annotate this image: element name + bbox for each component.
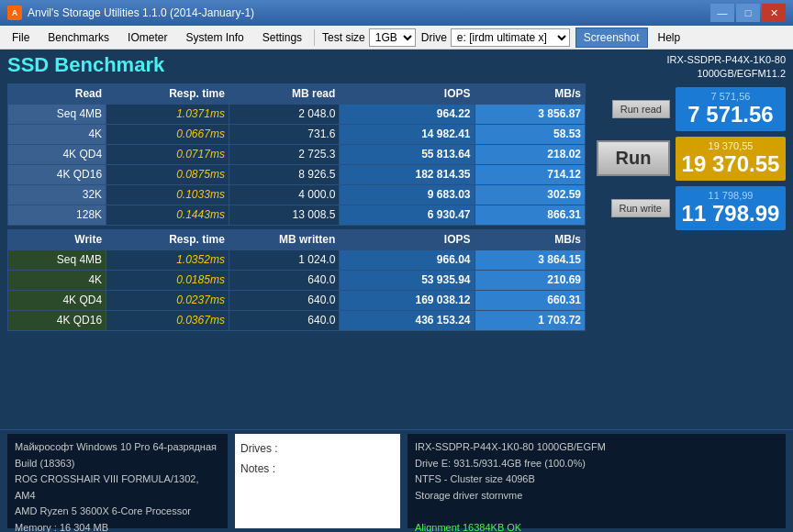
- read-resp: 0.1443ms: [106, 205, 229, 225]
- read-mb: 8 926.5: [229, 164, 339, 184]
- write-mb: 640.0: [229, 310, 339, 330]
- test-size-select[interactable]: 1GB: [369, 28, 416, 47]
- read-mbs: 866.31: [475, 205, 585, 225]
- drive-info-title: IRX-SSDPR-P44X-1K0-80 1000GB/EGFM: [415, 439, 778, 456]
- minimize-button[interactable]: —: [710, 4, 734, 22]
- read-label: 4K: [8, 124, 106, 144]
- read-label: 4K QD16: [8, 164, 106, 184]
- table-row: Seq 4MB 1.0371ms 2 048.0 964.22 3 856.87: [8, 104, 586, 124]
- read-resp: 0.0717ms: [106, 144, 229, 164]
- write-score-large: 11 798.99: [681, 201, 780, 227]
- drive-info-space: [415, 504, 778, 520]
- read-mb: 2 725.3: [229, 144, 339, 164]
- sys-info-box: Майкрософт Windows 10 Pro 64-разрядная B…: [7, 434, 228, 528]
- read-score-small: 7 571,56: [681, 91, 780, 102]
- read-label: Seq 4MB: [8, 104, 106, 124]
- drives-label: Drives :: [240, 439, 395, 460]
- window-controls[interactable]: — □ ✕: [710, 4, 786, 22]
- read-label: 32K: [8, 184, 106, 205]
- content-area: Read Resp. time MB read IOPS MB/s Seq 4M…: [0, 83, 793, 429]
- drive-info-box: IRX-SSDPR-P44X-1K0-80 1000GB/EGFM Drive …: [408, 434, 786, 528]
- drive-select[interactable]: e: [irdm ultimate x]: [451, 28, 570, 47]
- run-read-row: Run read 7 571,56 7 571.56: [593, 87, 786, 131]
- read-label: 128K: [8, 205, 106, 225]
- col-header-iops-read: IOPS: [340, 83, 475, 104]
- table-row: 4K QD16 0.0367ms 640.0 436 153.24 1 703.…: [8, 310, 586, 330]
- table-row: 128K 0.1443ms 13 008.5 6 930.47 866.31: [8, 205, 586, 225]
- menu-iometer[interactable]: IOmeter: [119, 28, 175, 47]
- drive-info-alignment: Alignment 16384KB OK: [415, 520, 778, 532]
- maximize-button[interactable]: □: [736, 4, 760, 22]
- col-header-mbs-write: MB/s: [475, 229, 585, 249]
- sys-os: Майкрософт Windows 10 Pro 64-разрядная B…: [15, 439, 220, 471]
- write-iops: 436 153.24: [340, 310, 475, 330]
- col-header-resp-read: Resp. time: [106, 83, 229, 104]
- total-score-box: 19 370,55 19 370.55: [676, 137, 786, 181]
- write-label: 4K QD4: [8, 290, 106, 310]
- write-score-small: 11 798,99: [681, 190, 780, 201]
- menu-settings[interactable]: Settings: [254, 28, 310, 47]
- drive-info-header: IRX-SSDPR-P44X-1K0-80 1000GB/EGFM11.2: [666, 53, 786, 82]
- run-write-button[interactable]: Run write: [611, 199, 670, 217]
- menu-file[interactable]: File: [4, 28, 38, 47]
- write-resp: 1.0352ms: [106, 249, 229, 270]
- main-content: SSD Benchmark IRX-SSDPR-P44X-1K0-80 1000…: [0, 50, 793, 532]
- menu-benchmarks[interactable]: Benchmarks: [39, 28, 117, 47]
- write-resp: 0.0185ms: [106, 270, 229, 290]
- write-mb: 640.0: [229, 290, 339, 310]
- read-resp: 0.1033ms: [106, 184, 229, 205]
- col-header-read: Read: [8, 83, 106, 104]
- col-header-iops-write: IOPS: [340, 229, 475, 249]
- write-label: Seq 4MB: [8, 249, 106, 270]
- run-total-row: Run 19 370,55 19 370.55: [593, 137, 786, 181]
- table-row: Seq 4MB 1.0352ms 1 024.0 966.04 3 864.15: [8, 249, 586, 270]
- sys-memory: Memory : 16 304 MB: [15, 520, 220, 532]
- read-score-box: 7 571,56 7 571.56: [676, 87, 786, 131]
- read-mb: 731.6: [229, 124, 339, 144]
- write-mb: 1 024.0: [229, 249, 339, 270]
- read-mb: 2 048.0: [229, 104, 339, 124]
- table-row: 4K QD4 0.0237ms 640.0 169 038.12 660.31: [8, 290, 586, 310]
- drive-info-line3: Storage driver stornvme: [415, 488, 778, 504]
- drive-info-line1: IRX-SSDPR-P44X-1K0-80: [666, 53, 786, 67]
- col-header-resp-write: Resp. time: [106, 229, 229, 249]
- menu-help[interactable]: Help: [650, 28, 689, 47]
- header-row: SSD Benchmark IRX-SSDPR-P44X-1K0-80 1000…: [0, 50, 793, 83]
- notes-box: Drives : Notes :: [235, 434, 400, 528]
- table-row: 4K 0.0667ms 731.6 14 982.41 58.53: [8, 124, 586, 144]
- read-iops: 6 930.47: [340, 205, 475, 225]
- page-title: SSD Benchmark: [7, 53, 164, 77]
- read-resp: 1.0371ms: [106, 104, 229, 124]
- read-mbs: 302.59: [475, 184, 585, 205]
- write-resp: 0.0237ms: [106, 290, 229, 310]
- read-iops: 14 982.41: [340, 124, 475, 144]
- read-mbs: 58.53: [475, 124, 585, 144]
- write-resp: 0.0367ms: [106, 310, 229, 330]
- run-button[interactable]: Run: [597, 140, 670, 176]
- read-label: 4K QD4: [8, 144, 106, 164]
- read-iops: 182 814.35: [340, 164, 475, 184]
- title-bar: A Anvil's Storage Utilities 1.1.0 (2014-…: [0, 0, 793, 26]
- read-mb: 13 008.5: [229, 205, 339, 225]
- run-read-button[interactable]: Run read: [612, 100, 670, 118]
- read-mbs: 714.12: [475, 164, 585, 184]
- write-mbs: 210.69: [475, 270, 585, 290]
- col-header-mbs-read: MB/s: [475, 83, 585, 104]
- sys-motherboard: ROG CROSSHAIR VIII FORMULA/1302, AM4: [15, 471, 220, 504]
- write-label: 4K QD16: [8, 310, 106, 330]
- close-button[interactable]: ✕: [762, 4, 786, 22]
- read-iops: 9 683.03: [340, 184, 475, 205]
- right-panel: Run read 7 571,56 7 571.56 Run 19 370,55…: [593, 83, 786, 429]
- write-score-box: 11 798,99 11 798.99: [676, 186, 786, 230]
- write-iops: 53 935.94: [340, 270, 475, 290]
- write-table: Write Resp. time MB written IOPS MB/s Se…: [7, 229, 586, 331]
- bottom-panel: Майкрософт Windows 10 Pro 64-разрядная B…: [0, 429, 793, 532]
- read-mb: 4 000.0: [229, 184, 339, 205]
- app-icon: A: [7, 6, 22, 20]
- read-resp: 0.0667ms: [106, 124, 229, 144]
- notes-label: Notes :: [240, 460, 395, 480]
- write-label: 4K: [8, 270, 106, 290]
- screenshot-button[interactable]: Screenshot: [575, 28, 648, 48]
- col-header-write: Write: [8, 229, 106, 249]
- menu-sysinfo[interactable]: System Info: [177, 28, 251, 47]
